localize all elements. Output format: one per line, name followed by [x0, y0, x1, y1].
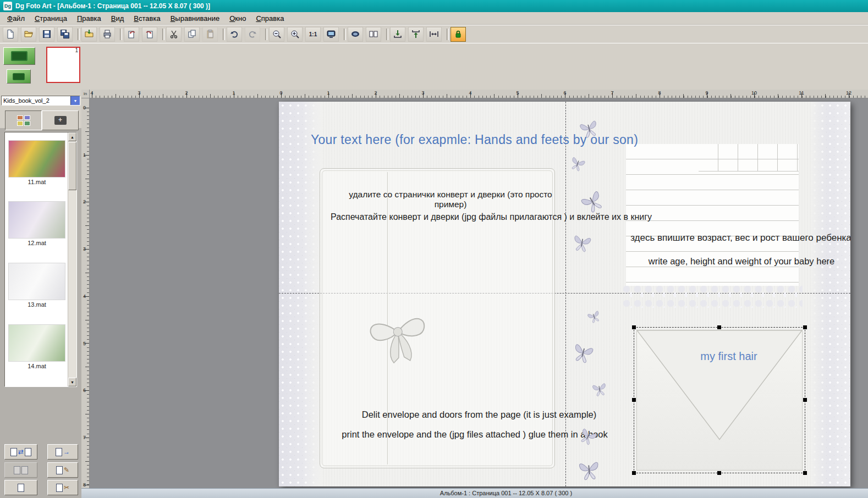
undo-button[interactable]: [227, 27, 242, 42]
selection-handle[interactable]: [803, 325, 807, 329]
list-item[interactable]: 11.mat: [7, 140, 67, 185]
statusbar: Альбом-1 : Страница 001 -- 12.05 X 8.07 …: [81, 488, 868, 498]
selection-handle[interactable]: [717, 471, 721, 475]
ruler-number: 7: [611, 90, 613, 96]
envelope-selection[interactable]: my first hair: [634, 328, 805, 473]
import-page-button[interactable]: [390, 27, 405, 42]
selection-handle[interactable]: [632, 325, 636, 329]
instruction-ru-remove[interactable]: удалите со странички конверт и дверки (э…: [332, 190, 569, 209]
template-thumbnail[interactable]: [8, 140, 65, 178]
mask-tool-button[interactable]: [348, 27, 363, 42]
instruction-ru-print[interactable]: Распечатайте конверт и дверки (jpg файлы…: [299, 212, 684, 222]
rotate-right-icon: [145, 29, 155, 39]
center-fold-guide-vertical: [565, 102, 566, 486]
envelope-label[interactable]: my first hair: [637, 350, 802, 363]
export-page-button[interactable]: [408, 27, 424, 42]
ruler-number: 9: [705, 90, 708, 96]
list-scrollbar[interactable]: ▲ ▼: [68, 132, 76, 386]
selection-handle[interactable]: [803, 471, 807, 475]
butterfly-icon: [576, 457, 602, 483]
copy-button[interactable]: [184, 27, 200, 42]
toolbar: 1:1: [0, 25, 868, 43]
toolbar-separator: [263, 27, 269, 41]
ribbon-bow-image[interactable]: [361, 302, 436, 375]
menu-edit[interactable]: Правка: [72, 13, 106, 24]
album-page[interactable]: Your text here (for exapmle: Hands and f…: [279, 102, 850, 486]
ruler-unit: in: [84, 91, 87, 96]
add-page-button[interactable]: [7, 69, 31, 84]
envelope-object[interactable]: my first hair: [636, 330, 803, 471]
save-button[interactable]: [39, 27, 54, 42]
page-icon: [56, 448, 62, 456]
paste-button[interactable]: [202, 27, 218, 42]
scroll-up-icon[interactable]: ▲: [68, 132, 76, 141]
page-thumbnail-selected[interactable]: 1: [46, 47, 80, 83]
new-page-button[interactable]: [3, 27, 18, 42]
fit-width-button[interactable]: [426, 27, 442, 42]
list-item[interactable]: 14.mat: [7, 324, 67, 369]
template-select[interactable]: Kids_book_vol_2 ▼: [1, 96, 80, 106]
swap-pages-button[interactable]: ⇄: [4, 444, 37, 460]
list-item[interactable]: 12.mat: [7, 201, 67, 246]
open-album-button[interactable]: [21, 27, 36, 42]
pages-view-button[interactable]: [366, 27, 381, 42]
move-page-button[interactable]: →: [47, 444, 78, 460]
template-thumbnail[interactable]: [8, 201, 65, 239]
menu-help[interactable]: Справка: [251, 13, 289, 24]
toolbar-separator: [160, 27, 166, 41]
blank-page-button[interactable]: [4, 480, 37, 495]
merge-pages-button[interactable]: [4, 462, 37, 478]
menu-insert[interactable]: Вставка: [129, 13, 165, 24]
selection-handle[interactable]: [632, 471, 636, 475]
instruction-en-age[interactable]: write age, height and weight of your bab…: [631, 256, 850, 267]
chevron-down-icon[interactable]: ▼: [70, 96, 80, 105]
tab-add-template[interactable]: +: [42, 110, 79, 130]
template-thumbnail[interactable]: [8, 324, 65, 362]
edit-page-button[interactable]: ✎: [47, 462, 78, 478]
scrollbar-thumb[interactable]: [68, 142, 76, 190]
import-album-button[interactable]: [81, 27, 97, 42]
scroll-down-icon[interactable]: ▼: [68, 378, 76, 386]
lock-button[interactable]: [451, 27, 466, 42]
instruction-en-remove[interactable]: Delit envelope and doors from the page (…: [329, 410, 629, 420]
ruler-unit-box: in: [81, 90, 90, 98]
album-view-button[interactable]: [3, 47, 35, 65]
page-style-button[interactable]: ✂: [47, 480, 78, 495]
selection-handle[interactable]: [632, 398, 636, 402]
canvas-workspace[interactable]: Your text here (for exapmle: Hands and f…: [90, 98, 868, 488]
tab-templates[interactable]: [5, 110, 42, 130]
template-label: 13.mat: [28, 301, 46, 308]
fit-screen-button[interactable]: [323, 27, 339, 42]
ruler-number: 1: [232, 90, 235, 96]
toolbar-separator: [444, 27, 451, 41]
rotate-right-button[interactable]: [142, 27, 157, 42]
selection-handle[interactable]: [717, 325, 721, 329]
selection-handle[interactable]: [803, 398, 807, 402]
menu-window[interactable]: Окно: [224, 13, 251, 24]
zoom-in-button[interactable]: [287, 27, 303, 42]
menu-align[interactable]: Выравнивание: [166, 13, 224, 24]
print-button[interactable]: [100, 27, 115, 42]
menu-view[interactable]: Вид: [106, 13, 129, 24]
menu-file[interactable]: Файл: [2, 13, 30, 24]
menu-page[interactable]: Страница: [30, 13, 72, 24]
page-icon: [14, 466, 20, 474]
lace-border-right: [811, 102, 850, 486]
save-all-button[interactable]: [57, 27, 73, 42]
template-thumbnail[interactable]: [8, 263, 65, 300]
rotate-left-button[interactable]: [124, 27, 139, 42]
ruler-number: 2: [185, 90, 188, 96]
ruler-number: 5: [83, 341, 86, 346]
zoom-actual-button[interactable]: 1:1: [305, 27, 321, 42]
ruler-number: 4: [90, 90, 93, 96]
zoom-out-button[interactable]: [269, 27, 284, 42]
scissors-icon: [169, 29, 179, 39]
titlebar: Dg Dg Foto Art - [Альбом-1 : Страница 00…: [0, 0, 868, 12]
pencil-icon: ✎: [64, 466, 69, 474]
list-item[interactable]: 13.mat: [7, 263, 67, 308]
cut-button[interactable]: [166, 27, 182, 42]
butterfly-icon: [570, 231, 594, 255]
instruction-ru-age[interactable]: здесь впишите возраст, вес и рост вашего…: [609, 233, 850, 244]
redo-button[interactable]: [245, 27, 260, 42]
redo-icon: [248, 29, 257, 39]
